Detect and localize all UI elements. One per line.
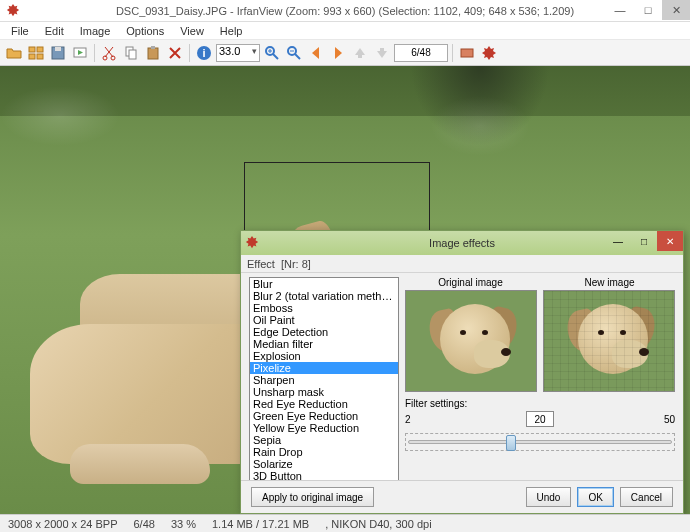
copy-icon[interactable] xyxy=(121,43,141,63)
original-preview xyxy=(405,290,537,392)
up-icon[interactable] xyxy=(350,43,370,63)
background xyxy=(0,86,120,146)
toolbar: i 33.0 xyxy=(0,40,690,66)
svg-line-17 xyxy=(273,54,278,59)
prev-icon[interactable] xyxy=(306,43,326,63)
info-icon[interactable]: i xyxy=(194,43,214,63)
separator xyxy=(94,44,95,62)
original-label: Original image xyxy=(405,277,536,288)
save-icon[interactable] xyxy=(48,43,68,63)
dialog-menu-nr: [Nr: 8] xyxy=(281,258,311,270)
menu-image[interactable]: Image xyxy=(73,24,118,38)
down-icon[interactable] xyxy=(372,43,392,63)
effect-item[interactable]: Solarize xyxy=(250,458,398,470)
dialog-app-icon xyxy=(245,235,259,249)
dialog-menubar: Effect [Nr: 8] xyxy=(241,255,683,273)
undo-button[interactable]: Undo xyxy=(526,487,572,507)
zoom-select[interactable]: 33.0 xyxy=(216,44,260,62)
app-icon xyxy=(6,3,20,17)
svg-marker-22 xyxy=(355,48,365,55)
effect-item[interactable]: Blur xyxy=(250,278,398,290)
separator xyxy=(189,44,190,62)
slideshow-icon[interactable] xyxy=(70,43,90,63)
svg-rect-2 xyxy=(29,54,35,59)
effect-item[interactable]: Yellow Eye Reduction xyxy=(250,422,398,434)
svg-rect-1 xyxy=(37,47,43,52)
dialog-button-row: Apply to original image Undo OK Cancel xyxy=(241,480,683,507)
effect-item[interactable]: Sepia xyxy=(250,434,398,446)
effect-item[interactable]: Unsharp mask xyxy=(250,386,398,398)
plugin-icon[interactable] xyxy=(479,43,499,63)
menu-file[interactable]: File xyxy=(4,24,36,38)
thumbnails-icon[interactable] xyxy=(26,43,46,63)
zoom-out-icon[interactable] xyxy=(284,43,304,63)
preview-column: Original image New image Filter setting xyxy=(405,277,675,483)
dialog-titlebar[interactable]: Image effects — □ ✕ xyxy=(241,231,683,255)
effect-item[interactable]: Rain Drop xyxy=(250,446,398,458)
next-icon[interactable] xyxy=(328,43,348,63)
svg-rect-26 xyxy=(461,49,473,57)
dialog-close-button[interactable]: ✕ xyxy=(657,231,683,251)
filter-value-input[interactable] xyxy=(526,411,554,427)
effect-item[interactable]: Blur 2 (total variation method) xyxy=(250,290,398,302)
svg-marker-24 xyxy=(377,51,387,58)
zoom-in-icon[interactable] xyxy=(262,43,282,63)
filter-settings-label: Filter settings: xyxy=(405,398,675,409)
paste-icon[interactable] xyxy=(143,43,163,63)
menu-help[interactable]: Help xyxy=(213,24,250,38)
slider-thumb[interactable] xyxy=(506,435,516,451)
dialog-maximize-button[interactable]: □ xyxy=(631,231,657,251)
ok-button[interactable]: OK xyxy=(577,487,613,507)
svg-rect-11 xyxy=(129,50,136,59)
minimize-button[interactable]: — xyxy=(606,0,634,20)
effect-item[interactable]: Sharpen xyxy=(250,374,398,386)
svg-marker-21 xyxy=(335,47,342,59)
effect-item[interactable]: Explosion xyxy=(250,350,398,362)
svg-rect-5 xyxy=(55,47,61,51)
effect-item[interactable]: Emboss xyxy=(250,302,398,314)
zoom-value: 33.0 xyxy=(219,45,240,57)
dialog-minimize-button[interactable]: — xyxy=(605,231,631,251)
svg-rect-12 xyxy=(148,48,158,59)
background xyxy=(430,96,530,156)
close-button[interactable]: ✕ xyxy=(662,0,690,20)
maximize-button[interactable]: □ xyxy=(634,0,662,20)
status-camera: , NIKON D40, 300 dpi xyxy=(325,518,431,530)
apply-button[interactable]: Apply to original image xyxy=(251,487,374,507)
filter-max: 50 xyxy=(655,414,675,425)
svg-rect-23 xyxy=(358,54,362,58)
effect-item[interactable]: Oil Paint xyxy=(250,314,398,326)
scan-icon[interactable] xyxy=(457,43,477,63)
filter-settings: Filter settings: 2 50 xyxy=(405,398,675,451)
open-icon[interactable] xyxy=(4,43,24,63)
effect-item[interactable]: Pixelize xyxy=(250,362,398,374)
menu-view[interactable]: View xyxy=(173,24,211,38)
filter-min: 2 xyxy=(405,414,425,425)
filter-slider[interactable] xyxy=(408,440,672,444)
effect-item[interactable]: Edge Detection xyxy=(250,326,398,338)
dialog-menu-effect[interactable]: Effect xyxy=(247,258,275,270)
menu-options[interactable]: Options xyxy=(119,24,171,38)
new-preview xyxy=(543,290,675,392)
cut-icon[interactable] xyxy=(99,43,119,63)
effects-list[interactable]: BlurBlur 2 (total variation method)Embos… xyxy=(249,277,399,481)
status-filesize: 1.14 MB / 17.21 MB xyxy=(212,518,309,530)
statusbar: 3008 x 2000 x 24 BPP 6/48 33 % 1.14 MB /… xyxy=(0,514,690,532)
filter-slider-wrap xyxy=(405,433,675,451)
delete-icon[interactable] xyxy=(165,43,185,63)
page-input[interactable] xyxy=(394,44,448,62)
svg-rect-0 xyxy=(29,47,35,52)
effect-item[interactable]: Median filter xyxy=(250,338,398,350)
dialog-body: BlurBlur 2 (total variation method)Embos… xyxy=(241,273,683,487)
titlebar: DSC_0931_Daisy.JPG - IrfanView (Zoom: 99… xyxy=(0,0,690,22)
effect-item[interactable]: Green Eye Reduction xyxy=(250,410,398,422)
svg-rect-25 xyxy=(380,48,384,52)
svg-rect-3 xyxy=(37,54,43,59)
cancel-button[interactable]: Cancel xyxy=(620,487,673,507)
new-label: New image xyxy=(544,277,675,288)
dialog-title: Image effects xyxy=(429,237,495,249)
status-zoom: 33 % xyxy=(171,518,196,530)
effect-item[interactable]: Red Eye Reduction xyxy=(250,398,398,410)
svg-marker-20 xyxy=(312,47,319,59)
menu-edit[interactable]: Edit xyxy=(38,24,71,38)
